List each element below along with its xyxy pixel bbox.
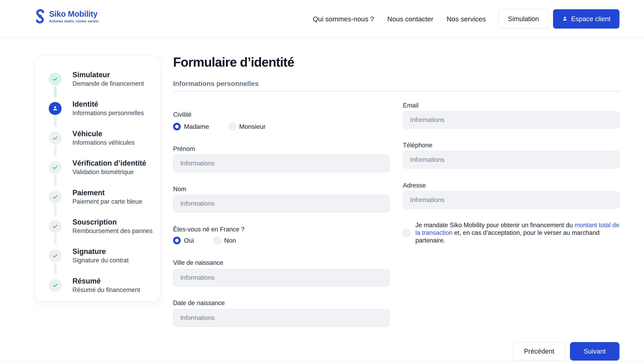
stepper-step-paiement[interactable]: Paiement Paiement par carte bleue	[49, 188, 142, 206]
check-circle-icon	[49, 161, 62, 174]
stepper-step-identite[interactable]: Identité Informations personnelles	[49, 100, 144, 117]
mandate-row: Je mandate Siko Mobility pour obtenir un…	[403, 221, 620, 244]
step-title: Souscription	[72, 218, 152, 226]
check-circle-icon	[49, 73, 62, 86]
footer-divider	[0, 361, 644, 362]
email-label: Email	[403, 102, 418, 109]
check-circle-icon	[49, 190, 62, 204]
nom-input[interactable]	[173, 195, 390, 212]
ville-de-naissance-input[interactable]	[173, 269, 390, 286]
stepper-step-verification[interactable]: Vérification d’identité Validation biomé…	[49, 159, 146, 176]
nom-label: Nom	[173, 186, 186, 193]
step-title: Paiement	[72, 188, 142, 197]
step-subtitle: Informations personnelles	[72, 109, 144, 117]
telephone-input[interactable]	[403, 151, 620, 168]
step-title: Résumé	[72, 277, 140, 286]
step-subtitle: Paiement par carte bleue	[72, 198, 142, 206]
check-circle-icon	[49, 279, 62, 292]
section-divider	[173, 91, 620, 91]
step-connector	[54, 234, 56, 245]
radio-non[interactable]: Non	[213, 237, 236, 244]
mandate-text: Je mandate Siko Mobility pour obtenir un…	[416, 221, 620, 244]
step-connector	[54, 145, 56, 156]
step-title: Identité	[72, 100, 144, 109]
siko-logo-icon	[34, 9, 46, 24]
stepper-step-vehicule[interactable]: Véhicule Informations véhicules	[49, 130, 134, 147]
section-title: Informations personnelles	[173, 80, 258, 88]
stepper-card: Simulateur Demande de financement Identi…	[34, 56, 160, 302]
brand-logo[interactable]: Siko Mobility Achetez malin, roulez sere…	[34, 9, 98, 24]
page-title: Formulaire d’identité	[173, 55, 294, 70]
date-de-naissance-label: Date de naissance	[173, 300, 225, 307]
user-circle-icon	[49, 102, 62, 115]
stepper-step-simulateur[interactable]: Simulateur Demande de financement	[49, 70, 144, 88]
nav-link-nos-services[interactable]: Nos services	[446, 15, 486, 23]
prenom-input[interactable]	[173, 154, 390, 172]
step-title: Vérification d’identité	[72, 159, 146, 168]
espace-client-button[interactable]: Espace client	[553, 9, 620, 28]
radio-monsieur[interactable]: Monsieur	[228, 123, 266, 130]
step-title: Signature	[72, 247, 128, 256]
page: Siko Mobility Achetez malin, roulez sere…	[0, 0, 644, 362]
step-connector	[54, 86, 56, 98]
check-circle-icon	[49, 132, 62, 144]
step-subtitle: Résumé du financement	[72, 286, 140, 294]
step-subtitle: Validation biométrique	[72, 168, 146, 176]
nav-link-nous-contacter[interactable]: Nous contacter	[387, 15, 433, 23]
step-connector	[54, 116, 56, 127]
step-connector	[54, 263, 56, 274]
ville-de-naissance-label: Ville de naissance	[173, 259, 223, 266]
header: Siko Mobility Achetez malin, roulez sere…	[0, 0, 644, 38]
espace-client-label: Espace client	[571, 15, 610, 23]
date-de-naissance-input[interactable]	[173, 309, 390, 327]
user-icon	[562, 16, 568, 22]
check-circle-icon	[49, 249, 62, 262]
radio-unselected-icon	[213, 237, 221, 244]
stepper-step-resume[interactable]: Résumé Résumé du financement	[49, 277, 140, 294]
brand-tagline: Achetez malin, roulez serein	[49, 19, 98, 23]
adresse-label: Adresse	[403, 182, 426, 189]
step-connector	[54, 174, 56, 186]
radio-selected-icon	[173, 123, 181, 130]
prenom-label: Prénom	[173, 145, 195, 152]
nav-link-qui-sommes-nous[interactable]: Qui sommes-nous ?	[313, 15, 374, 23]
adresse-input[interactable]	[403, 191, 620, 209]
radio-unselected-icon	[228, 123, 236, 130]
stepper-step-souscription[interactable]: Souscription Remboursement des pannes	[49, 218, 152, 235]
step-subtitle: Signature du contrat	[72, 256, 128, 264]
step-subtitle: Demande de financement	[72, 80, 144, 88]
civilite-radio-group: Madame Monsieur	[173, 123, 266, 130]
mandate-checkbox[interactable]	[402, 229, 410, 237]
radio-selected-icon	[173, 237, 181, 244]
step-subtitle: Remboursement des pannes	[72, 227, 152, 235]
radio-oui[interactable]: Oui	[173, 237, 194, 244]
email-input[interactable]	[403, 111, 620, 129]
next-button[interactable]: Suivant	[570, 342, 620, 360]
stepper-step-signature[interactable]: Signature Signature du contrat	[49, 247, 128, 264]
main-nav: Qui sommes-nous ? Nous contacter Nos ser…	[300, 0, 620, 38]
step-connector	[54, 204, 56, 215]
step-title: Véhicule	[72, 130, 134, 138]
radio-madame[interactable]: Madame	[173, 123, 209, 130]
civilite-label: Civilité	[173, 111, 192, 118]
previous-button[interactable]: Précédent	[513, 342, 565, 360]
born-in-france-label: Êtes-vous né en France ?	[173, 226, 244, 233]
born-in-france-radio-group: Oui Non	[173, 237, 236, 244]
check-circle-icon	[49, 220, 62, 233]
step-title: Simulateur	[72, 70, 144, 79]
form-actions: Précédent Suivant	[0, 342, 644, 360]
step-subtitle: Informations véhicules	[72, 139, 134, 147]
brand-text: Siko Mobility Achetez malin, roulez sere…	[49, 10, 98, 23]
brand-name: Siko Mobility	[49, 10, 98, 18]
telephone-label: Téléphone	[403, 142, 432, 149]
simulation-button[interactable]: Simulation	[498, 9, 548, 28]
